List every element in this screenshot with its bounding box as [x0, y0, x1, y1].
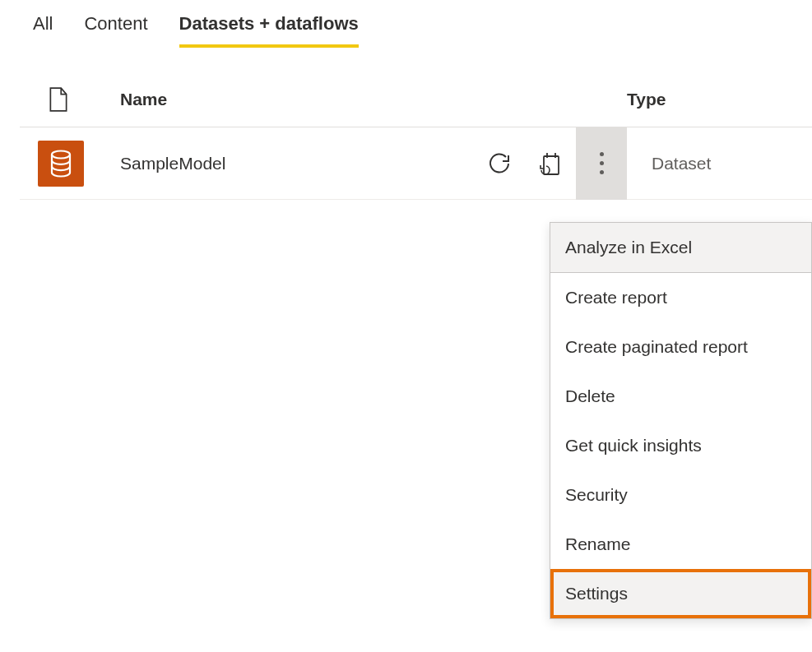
table-header: Name Type — [20, 48, 812, 127]
column-header-type[interactable]: Type — [627, 90, 812, 109]
row-type: Dataset — [627, 154, 812, 173]
svg-point-0 — [52, 150, 70, 158]
menu-delete[interactable]: Delete — [550, 372, 811, 421]
menu-analyze-excel[interactable]: Analyze in Excel — [550, 223, 811, 273]
schedule-refresh-icon — [539, 151, 562, 176]
tab-content[interactable]: Content — [84, 13, 147, 44]
tab-datasets-dataflows[interactable]: Datasets + dataflows — [179, 13, 359, 48]
schedule-refresh-button[interactable] — [525, 127, 576, 200]
more-options-button[interactable] — [576, 127, 627, 200]
menu-quick-insights[interactable]: Get quick insights — [550, 421, 811, 470]
column-icon — [20, 87, 120, 112]
tabs-bar: All Content Datasets + dataflows — [0, 0, 812, 48]
row-name[interactable]: SampleModel — [120, 154, 474, 173]
row-actions — [474, 127, 627, 200]
menu-rename[interactable]: Rename — [550, 520, 811, 569]
row-icon-cell — [20, 141, 120, 187]
dataset-icon — [38, 141, 84, 187]
menu-create-report[interactable]: Create report — [550, 273, 811, 322]
document-icon — [48, 87, 69, 112]
more-vertical-icon — [600, 152, 604, 174]
refresh-icon — [488, 152, 511, 175]
column-header-name[interactable]: Name — [120, 90, 627, 109]
table-row[interactable]: SampleModel Dataset — [20, 127, 812, 200]
menu-settings[interactable]: Settings — [550, 569, 811, 618]
context-menu: Analyze in Excel Create report Create pa… — [550, 222, 812, 619]
refresh-button[interactable] — [474, 127, 525, 200]
tab-all[interactable]: All — [33, 13, 53, 44]
svg-rect-1 — [544, 156, 559, 174]
menu-security[interactable]: Security — [550, 470, 811, 520]
menu-create-paginated-report[interactable]: Create paginated report — [550, 322, 811, 372]
